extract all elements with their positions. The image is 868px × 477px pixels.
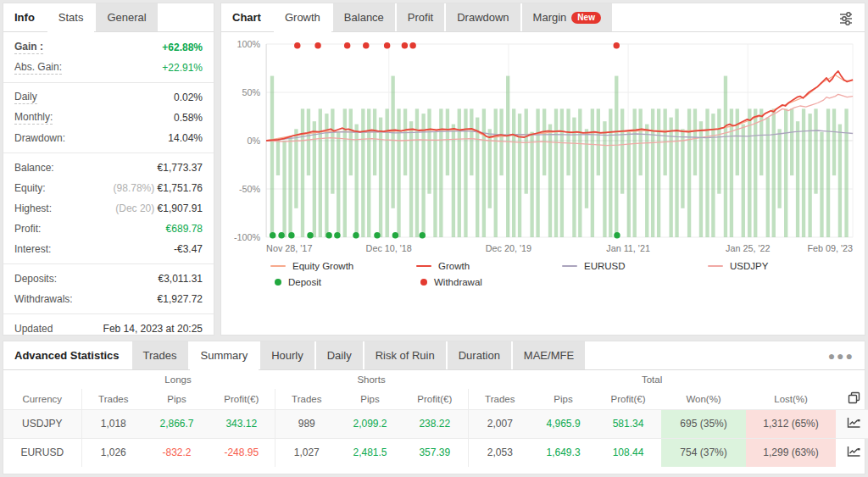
col-lost: Lost(%) [746, 389, 836, 409]
x-axis-label: Dec 10, '18 [366, 243, 412, 253]
total-pips-cell: 1,649.3 [531, 438, 595, 467]
tab-duration[interactable]: Duration [448, 341, 511, 369]
stat-row-monthly: Monthly: 0.58% [3, 108, 214, 128]
more-options-icon[interactable]: ●●● [818, 341, 865, 369]
col-currency: Currency [3, 389, 81, 409]
legend-eurusd-label: EURUSD [584, 261, 626, 271]
tab-drawdown[interactable]: Drawdown [446, 3, 520, 31]
stat-row-updated: Updated Feb 14, 2023 at 20:25 [3, 319, 214, 339]
equity-growth-swatch [270, 265, 286, 267]
stat-row-balance: Balance: €1,773.37 [3, 158, 214, 178]
table-row-usdjpy[interactable]: USDJPY 1,018 2,866.7 343.12 989 2,099.2 … [3, 409, 868, 438]
updated-value: Feb 14, 2023 at 20:25 [103, 323, 203, 335]
usdjpy-swatch [708, 265, 723, 267]
x-axis-label: Jan 25, '22 [726, 243, 770, 253]
longs-profit-cell: 343.12 [209, 409, 275, 438]
divider [3, 263, 214, 264]
tab-general[interactable]: General [96, 3, 157, 31]
tab-risk-of-ruin[interactable]: Risk of Ruin [364, 341, 446, 369]
lost-cell: 1,312 (65%) [746, 409, 836, 438]
equity-percent: (98.78%) [114, 182, 155, 194]
updated-label: Updated [14, 323, 53, 335]
tabbar-spacer [614, 3, 827, 31]
deposits-label: Deposits: [14, 273, 57, 285]
legend-usdjpy-label: USDJPY [730, 261, 768, 271]
stat-row-daily: Daily 0.02% [3, 87, 214, 108]
deposits-value: €3,011.31 [159, 273, 203, 285]
mini-chart-icon [847, 446, 861, 458]
col-won: Won(%) [661, 389, 746, 409]
shorts-group-header: Shorts [275, 370, 468, 389]
tab-mae-mfe[interactable]: MAE/MFE [513, 341, 585, 369]
abs-gain-value: +22.91% [162, 62, 203, 74]
shorts-trades-cell: 989 [275, 409, 338, 438]
col-total-profit: Profit(€) [595, 389, 661, 409]
x-axis-label: Jan 11, '21 [606, 243, 650, 253]
longs-group-header: Longs [81, 370, 275, 389]
x-axis-label: Feb 09, '23 [807, 243, 853, 253]
tabbar-spacer [587, 341, 818, 369]
legend-equity-growth[interactable]: Equity Growth [270, 261, 416, 271]
tab-growth[interactable]: Growth [274, 3, 331, 32]
tab-trades[interactable]: Trades [132, 341, 188, 369]
monthly-label: Monthly: [14, 111, 53, 125]
legend-deposit-label: Deposit [288, 277, 321, 287]
x-axis-label: Nov 28, '17 [266, 243, 312, 253]
growth-chart-canvas[interactable]: 100%50%0%-50%-100%Nov 28, '17Dec 10, '18… [223, 36, 860, 258]
withdrawal-swatch [420, 279, 427, 286]
legend-withdrawal[interactable]: Withdrawal [416, 277, 562, 287]
total-group-header: Total [468, 370, 836, 389]
withdrawals-value: €1,927.72 [158, 293, 203, 305]
total-trades-cell: 2,007 [468, 409, 531, 438]
empty-header [836, 370, 868, 389]
mini-chart-icon [847, 417, 861, 429]
total-trades-cell: 2,053 [468, 438, 531, 467]
tab-chart[interactable]: Chart [221, 3, 272, 31]
advanced-stats-tabbar: Advanced Statistics Trades Summary Hourl… [3, 341, 865, 370]
tab-margin[interactable]: Margin New [522, 3, 612, 31]
tab-daily[interactable]: Daily [316, 341, 363, 369]
col-shorts-trades: Trades [275, 389, 338, 409]
advanced-statistics-title: Advanced Statistics [3, 341, 131, 369]
chart-settings-button[interactable] [827, 3, 865, 31]
shorts-pips-cell: 2,481.5 [338, 438, 402, 467]
y-axis-label: 0% [248, 136, 261, 146]
table-column-header-row: Currency Trades Pips Profit(€) Trades Pi… [3, 389, 868, 409]
equity-label: Equity: [14, 182, 46, 194]
growth-line [266, 71, 853, 141]
tab-summary[interactable]: Summary [190, 341, 259, 370]
stat-row-drawdown: Drawdown: 14.04% [3, 128, 214, 148]
col-longs-profit: Profit(€) [209, 389, 275, 409]
col-total-trades: Trades [468, 389, 531, 409]
tab-balance[interactable]: Balance [333, 3, 395, 31]
tab-hourly[interactable]: Hourly [260, 341, 314, 369]
table-row-eurusd[interactable]: EURUSD 1,026 -832.2 -248.95 1,027 2,481.… [3, 438, 868, 467]
profit-label: Profit: [14, 223, 41, 235]
legend-usdjpy[interactable]: USDJPY [708, 261, 854, 271]
gain-label: Gain : [14, 41, 43, 54]
interest-value: -€3.47 [174, 243, 203, 255]
legend-growth[interactable]: Growth [416, 261, 562, 271]
tab-profit[interactable]: Profit [397, 3, 444, 31]
legend-deposit[interactable]: Deposit [270, 277, 416, 287]
stat-row-abs-gain: Abs. Gain: +22.91% [3, 58, 214, 78]
profit-value: €689.78 [166, 223, 203, 235]
shorts-trades-cell: 1,027 [275, 438, 338, 467]
copy-table-button[interactable] [836, 389, 868, 409]
table-group-header-row: Longs Shorts Total [3, 370, 868, 389]
col-longs-pips: Pips [145, 389, 209, 409]
legend-eurusd[interactable]: EURUSD [562, 261, 708, 271]
abs-gain-label: Abs. Gain: [14, 61, 62, 75]
highest-label: Highest: [14, 202, 52, 214]
sliders-icon [837, 9, 854, 26]
highest-date: (Dec 20) [115, 202, 154, 214]
daily-value: 0.02% [174, 92, 203, 103]
longs-trades-cell: 1,018 [81, 409, 145, 438]
gain-value: +62.88% [162, 42, 203, 53]
tab-info[interactable]: Info [3, 3, 46, 31]
tab-stats[interactable]: Stats [47, 3, 95, 32]
stat-row-withdrawals: Withdrawals: €1,927.72 [3, 289, 214, 309]
row-chart-button[interactable] [836, 438, 868, 467]
row-chart-button[interactable] [836, 409, 868, 438]
withdrawal-dots [294, 42, 620, 49]
